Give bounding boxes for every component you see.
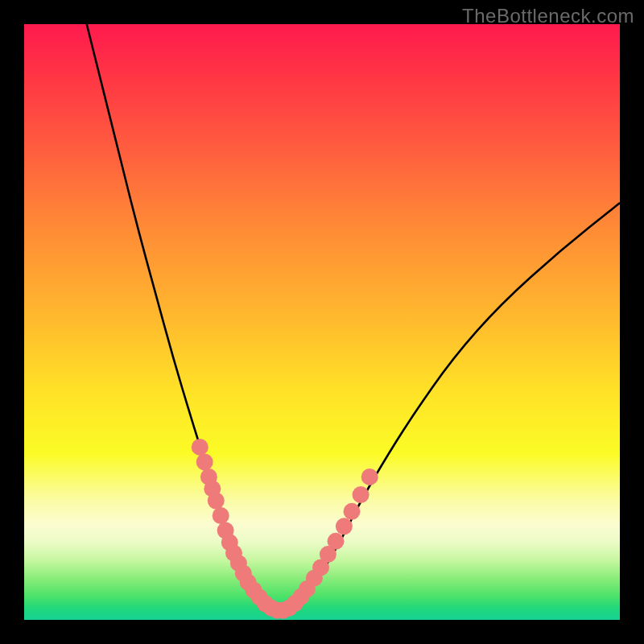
plot-area (24, 24, 620, 620)
marker-dot (213, 507, 229, 524)
marker-dot (328, 533, 345, 550)
chart-frame: TheBottleneck.com (0, 0, 644, 644)
marker-dot (361, 469, 378, 485)
marker-dot (344, 503, 361, 520)
chart-svg (24, 24, 620, 620)
watermark-text: TheBottleneck.com (462, 5, 634, 27)
marker-dot (353, 486, 369, 503)
marker-dots (192, 439, 378, 619)
marker-dot (196, 453, 213, 470)
marker-dot (192, 439, 208, 456)
marker-dot (336, 518, 353, 535)
marker-dot (208, 493, 225, 510)
main-curve (87, 24, 620, 611)
